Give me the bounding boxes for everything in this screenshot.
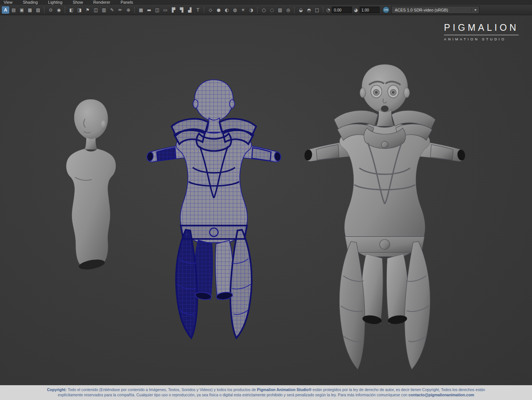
copyright-line-1: Copyright: Todo el contenido (Entiéndase… [0,387,532,392]
gamma-field[interactable] [360,7,380,13]
viewport-canvas[interactable]: PIGMALION ANIMATION STUDIO [0,15,532,385]
bust-neck [85,137,97,150]
view-transform-toggle[interactable]: ON [383,6,390,13]
bust-head [74,99,108,140]
playblast-icon[interactable]: ◨ [76,6,83,14]
footer-bold-text: Copyright: [47,387,68,392]
checker-map-icon[interactable]: ▧ [276,6,284,14]
smooth-shade-icon[interactable]: ● [215,6,222,14]
toolbar-separator [257,7,258,13]
lock-selection-icon[interactable]: ⊙ [47,6,54,14]
footer-text: Todo el contenido (Entiéndase por conten… [68,387,257,392]
film-gate-icon[interactable]: ▬ [145,6,153,14]
textured-shade-icon[interactable]: ◍ [231,6,239,14]
select-component-icon[interactable]: ▩ [26,6,34,14]
toolbar-separator [134,7,135,13]
grease-pencil-icon[interactable]: ✏ [117,6,124,14]
select-object-icon[interactable]: ▣ [18,6,26,14]
footer-bold-text: contacto@pigmalionanimation.com [408,393,474,397]
model-blockout-bust[interactable] [54,93,127,278]
menu-show[interactable]: Show [73,0,83,5]
menu-lighting[interactable]: Lighting [48,0,63,5]
toolbar-icon-group: A▤▣▩▨⊙◉◧◨⚑◫▥✎✏⊕▦▬◫▭▛▜▟T◇●◐◍☀◑○◌▧◎◒◓□ [1,6,326,14]
image-plane-icon[interactable]: ◫ [92,6,100,14]
studio-logo: PIGMALION ANIMATION STUDIO [444,22,519,41]
copyright-line-2: explícitamente reservados para la compañ… [0,392,532,397]
field-chart-icon[interactable]: ▛ [170,6,177,14]
add-marker-icon[interactable]: ⊕ [125,6,132,14]
copy-buffer-icon[interactable]: ◒ [297,6,304,14]
safe-title-icon[interactable]: ▟ [186,6,193,14]
menu-panels[interactable]: Panels [121,0,133,5]
chevron-down-icon[interactable]: ▾ [471,8,479,12]
grid-icon[interactable]: ▦ [137,6,145,14]
snapshot-icon[interactable]: □ [313,6,321,14]
selection-mask-all-icon[interactable]: A [2,6,9,14]
menu-view[interactable]: View [4,0,13,5]
resolution-gate-icon[interactable]: ◫ [154,6,161,14]
status-toolbar: A▤▣▩▨⊙◉◧◨⚑◫▥✎✏⊕▦▬◫▭▛▜▟T◇●◐◍☀◑○◌▧◎◒◓□ ◔ ◕… [0,5,532,15]
belt-buckle [380,240,390,250]
hip-flap-right [405,241,430,369]
flat-shade-icon[interactable]: ◐ [223,6,230,14]
open-mouth [381,106,389,112]
default-material-icon[interactable]: ○ [260,6,267,14]
select-asset-icon[interactable]: ▨ [34,6,42,14]
toolbar-separator [65,7,65,13]
toolbar-separator [204,7,205,13]
copyright-footer: Copyright: Todo el contenido (Entiéndase… [0,385,532,400]
bust-torso [66,149,116,269]
select-hierarchy-icon[interactable]: ▤ [10,6,17,14]
wireframe-cube-icon[interactable]: ◇ [207,6,214,14]
paste-buffer-icon[interactable]: ◓ [305,6,313,14]
xray-icon[interactable]: ◌ [268,6,276,14]
gate-mask-icon[interactable]: ▭ [162,6,169,14]
exposure-field[interactable] [332,7,352,13]
exposure-icon[interactable]: ◔ [326,7,330,13]
highlight-selection-icon[interactable]: ◉ [55,6,63,14]
menu-bar: View Shading Lighting Show Renderer Pane… [0,0,532,5]
camera-icon[interactable]: ◧ [68,6,75,14]
footer-text: están protegidos por la ley de derecho d… [312,387,485,392]
bust-ear [101,120,106,129]
logo-title: PIGMALION [444,22,519,35]
clapperboard-icon[interactable]: ▥ [100,6,108,14]
toolbar-separator [323,7,324,13]
bookmark-icon[interactable]: ⚑ [84,6,91,14]
gamma-icon[interactable]: ◕ [354,7,357,13]
shadows-icon[interactable]: ◑ [248,6,255,14]
footer-text: explícitamente reservados para la compañ… [58,393,408,397]
hip-flap-left [339,241,365,369]
lighting-icon[interactable]: ☀ [239,6,247,14]
menu-shading[interactable]: Shading [23,0,38,5]
colorspace-value: ACES 1.0 SDR-video (sRGB) [395,8,448,12]
footer-bold-text: Pigmalion Animation Studio® [257,387,312,392]
logo-subtitle: ANIMATION STUDIO [444,37,519,41]
isolate-select-icon[interactable]: ◎ [284,6,292,14]
hud-text-icon[interactable]: T [194,6,202,14]
menu-renderer[interactable]: Renderer [93,0,110,5]
toolbar-separator [44,7,45,13]
neck [376,110,394,126]
pencil-icon[interactable]: ✎ [108,6,116,14]
model-wireframe[interactable] [140,75,288,351]
safe-action-icon[interactable]: ▜ [178,6,185,14]
model-final-sculpt[interactable] [296,59,474,384]
toolbar-separator [294,7,295,13]
colorspace-dropdown[interactable]: ACES 1.0 SDR-video (sRGB) ▾ [391,6,479,14]
ear-right [404,88,410,98]
application-window: View Shading Lighting Show Renderer Pane… [0,0,532,400]
wireframe-grid-overlay [140,75,288,351]
chest-gem [381,141,388,148]
ear-left [360,88,366,98]
